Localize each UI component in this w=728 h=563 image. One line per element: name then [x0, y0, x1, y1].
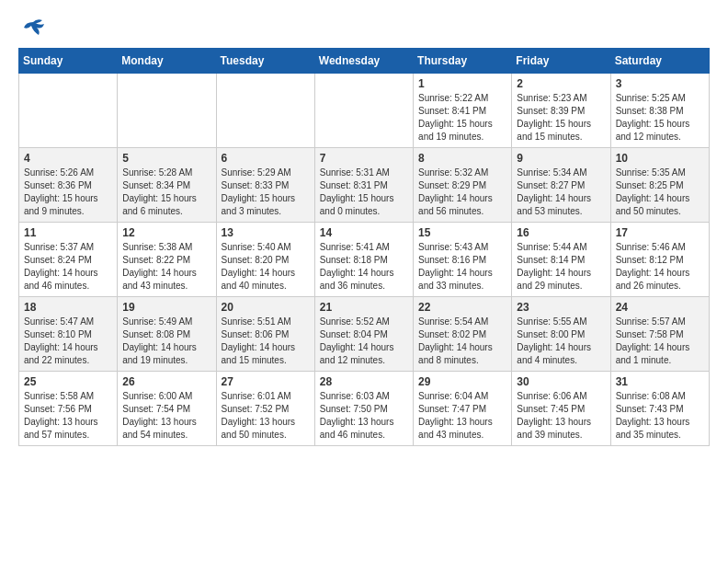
header-cell-sunday: Sunday [19, 49, 118, 74]
day-info: Sunrise: 5:32 AM Sunset: 8:29 PM Dayligh… [418, 167, 506, 218]
day-info: Sunrise: 5:52 AM Sunset: 8:04 PM Dayligh… [320, 316, 408, 367]
day-info: Sunrise: 6:03 AM Sunset: 7:50 PM Dayligh… [320, 390, 408, 442]
logo [18, 18, 46, 39]
day-info: Sunrise: 5:26 AM Sunset: 8:36 PM Dayligh… [24, 167, 112, 218]
day-cell [216, 74, 314, 148]
day-number: 11 [24, 226, 112, 239]
day-cell: 9Sunrise: 5:34 AM Sunset: 8:27 PM Daylig… [512, 148, 610, 223]
header-cell-friday: Friday [512, 49, 610, 74]
day-number: 3 [616, 77, 704, 90]
day-cell: 18Sunrise: 5:47 AM Sunset: 8:10 PM Dayli… [19, 297, 118, 372]
page-header [18, 18, 710, 39]
day-info: Sunrise: 5:31 AM Sunset: 8:31 PM Dayligh… [320, 167, 408, 218]
day-cell: 29Sunrise: 6:04 AM Sunset: 7:47 PM Dayli… [414, 372, 512, 446]
day-cell: 11Sunrise: 5:37 AM Sunset: 8:24 PM Dayli… [19, 223, 118, 297]
day-number: 26 [122, 375, 210, 388]
day-number: 18 [24, 301, 112, 314]
day-cell: 16Sunrise: 5:44 AM Sunset: 8:14 PM Dayli… [512, 223, 610, 297]
calendar-table: SundayMondayTuesdayWednesdayThursdayFrid… [18, 48, 710, 446]
header-cell-monday: Monday [118, 49, 216, 74]
day-info: Sunrise: 6:01 AM Sunset: 7:52 PM Dayligh… [222, 390, 310, 442]
day-info: Sunrise: 5:46 AM Sunset: 8:12 PM Dayligh… [616, 241, 704, 293]
day-cell: 7Sunrise: 5:31 AM Sunset: 8:31 PM Daylig… [314, 148, 413, 223]
day-number: 4 [24, 152, 112, 165]
day-info: Sunrise: 5:29 AM Sunset: 8:33 PM Dayligh… [222, 167, 310, 218]
day-number: 28 [320, 375, 408, 388]
day-info: Sunrise: 5:51 AM Sunset: 8:06 PM Dayligh… [222, 316, 310, 367]
day-number: 5 [122, 152, 210, 165]
day-number: 12 [122, 226, 210, 239]
day-info: Sunrise: 5:57 AM Sunset: 7:58 PM Dayligh… [616, 316, 704, 367]
header-cell-wednesday: Wednesday [314, 49, 413, 74]
day-cell: 14Sunrise: 5:41 AM Sunset: 8:18 PM Dayli… [314, 223, 413, 297]
day-cell: 3Sunrise: 5:25 AM Sunset: 8:38 PM Daylig… [610, 74, 709, 148]
day-number: 22 [418, 301, 506, 314]
day-cell: 28Sunrise: 6:03 AM Sunset: 7:50 PM Dayli… [314, 372, 413, 446]
day-info: Sunrise: 5:47 AM Sunset: 8:10 PM Dayligh… [24, 316, 112, 367]
day-info: Sunrise: 5:58 AM Sunset: 7:56 PM Dayligh… [24, 390, 112, 442]
day-cell: 20Sunrise: 5:51 AM Sunset: 8:06 PM Dayli… [216, 297, 314, 372]
day-cell: 1Sunrise: 5:22 AM Sunset: 8:41 PM Daylig… [414, 74, 512, 148]
week-row-1: 1Sunrise: 5:22 AM Sunset: 8:41 PM Daylig… [19, 74, 710, 148]
day-number: 23 [517, 301, 605, 314]
day-cell: 19Sunrise: 5:49 AM Sunset: 8:08 PM Dayli… [118, 297, 216, 372]
day-cell: 30Sunrise: 6:06 AM Sunset: 7:45 PM Dayli… [512, 372, 610, 446]
day-info: Sunrise: 6:06 AM Sunset: 7:45 PM Dayligh… [517, 390, 605, 442]
day-info: Sunrise: 5:55 AM Sunset: 8:00 PM Dayligh… [517, 316, 605, 367]
day-cell [314, 74, 413, 148]
day-info: Sunrise: 5:23 AM Sunset: 8:39 PM Dayligh… [517, 92, 605, 144]
day-cell: 5Sunrise: 5:28 AM Sunset: 8:34 PM Daylig… [118, 148, 216, 223]
day-number: 1 [418, 77, 506, 90]
day-number: 13 [222, 226, 310, 239]
day-cell: 2Sunrise: 5:23 AM Sunset: 8:39 PM Daylig… [512, 74, 610, 148]
week-row-4: 18Sunrise: 5:47 AM Sunset: 8:10 PM Dayli… [19, 297, 710, 372]
day-cell: 13Sunrise: 5:40 AM Sunset: 8:20 PM Dayli… [216, 223, 314, 297]
day-info: Sunrise: 5:35 AM Sunset: 8:25 PM Dayligh… [616, 167, 704, 218]
day-number: 8 [418, 152, 506, 165]
day-number: 9 [517, 152, 605, 165]
day-number: 14 [320, 226, 408, 239]
week-row-2: 4Sunrise: 5:26 AM Sunset: 8:36 PM Daylig… [19, 148, 710, 223]
week-row-3: 11Sunrise: 5:37 AM Sunset: 8:24 PM Dayli… [19, 223, 710, 297]
day-cell: 22Sunrise: 5:54 AM Sunset: 8:02 PM Dayli… [414, 297, 512, 372]
day-number: 19 [122, 301, 210, 314]
day-cell: 10Sunrise: 5:35 AM Sunset: 8:25 PM Dayli… [610, 148, 709, 223]
day-info: Sunrise: 5:37 AM Sunset: 8:24 PM Dayligh… [24, 241, 112, 293]
day-info: Sunrise: 5:41 AM Sunset: 8:18 PM Dayligh… [320, 241, 408, 293]
day-cell: 15Sunrise: 5:43 AM Sunset: 8:16 PM Dayli… [414, 223, 512, 297]
day-number: 6 [222, 152, 310, 165]
day-cell [19, 74, 118, 148]
day-number: 21 [320, 301, 408, 314]
day-number: 31 [616, 375, 704, 388]
day-number: 27 [222, 375, 310, 388]
day-info: Sunrise: 5:43 AM Sunset: 8:16 PM Dayligh… [418, 241, 506, 293]
day-cell: 21Sunrise: 5:52 AM Sunset: 8:04 PM Dayli… [314, 297, 413, 372]
day-cell: 27Sunrise: 6:01 AM Sunset: 7:52 PM Dayli… [216, 372, 314, 446]
day-info: Sunrise: 5:28 AM Sunset: 8:34 PM Dayligh… [122, 167, 210, 218]
day-info: Sunrise: 5:34 AM Sunset: 8:27 PM Dayligh… [517, 167, 605, 218]
day-number: 2 [517, 77, 605, 90]
day-number: 25 [24, 375, 112, 388]
day-info: Sunrise: 5:49 AM Sunset: 8:08 PM Dayligh… [122, 316, 210, 367]
day-info: Sunrise: 5:22 AM Sunset: 8:41 PM Dayligh… [418, 92, 506, 144]
day-number: 29 [418, 375, 506, 388]
day-cell [118, 74, 216, 148]
header-row: SundayMondayTuesdayWednesdayThursdayFrid… [19, 49, 710, 74]
day-number: 30 [517, 375, 605, 388]
day-cell: 17Sunrise: 5:46 AM Sunset: 8:12 PM Dayli… [610, 223, 709, 297]
day-cell: 4Sunrise: 5:26 AM Sunset: 8:36 PM Daylig… [19, 148, 118, 223]
day-info: Sunrise: 5:38 AM Sunset: 8:22 PM Dayligh… [122, 241, 210, 293]
day-cell: 26Sunrise: 6:00 AM Sunset: 7:54 PM Dayli… [118, 372, 216, 446]
day-info: Sunrise: 6:00 AM Sunset: 7:54 PM Dayligh… [122, 390, 210, 442]
header-cell-saturday: Saturday [610, 49, 709, 74]
day-number: 17 [616, 226, 704, 239]
day-cell: 25Sunrise: 5:58 AM Sunset: 7:56 PM Dayli… [19, 372, 118, 446]
day-number: 16 [517, 226, 605, 239]
day-cell: 6Sunrise: 5:29 AM Sunset: 8:33 PM Daylig… [216, 148, 314, 223]
header-cell-thursday: Thursday [414, 49, 512, 74]
day-cell: 31Sunrise: 6:08 AM Sunset: 7:43 PM Dayli… [610, 372, 709, 446]
day-number: 7 [320, 152, 408, 165]
day-cell: 12Sunrise: 5:38 AM Sunset: 8:22 PM Dayli… [118, 223, 216, 297]
day-number: 24 [616, 301, 704, 314]
day-info: Sunrise: 5:25 AM Sunset: 8:38 PM Dayligh… [616, 92, 704, 144]
